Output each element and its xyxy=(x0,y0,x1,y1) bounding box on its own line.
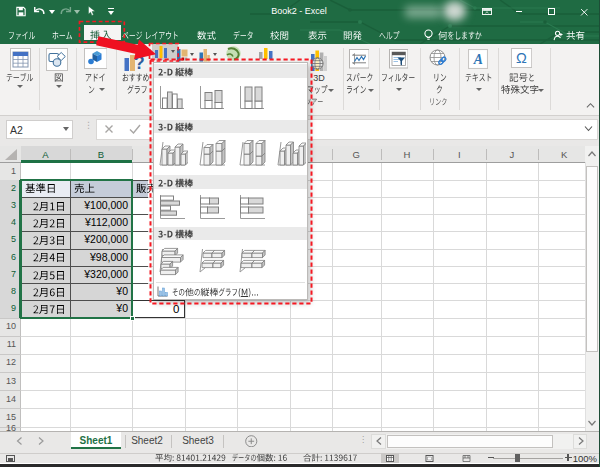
svg-text:Ω: Ω xyxy=(516,50,527,66)
svg-text:A: A xyxy=(473,51,483,66)
